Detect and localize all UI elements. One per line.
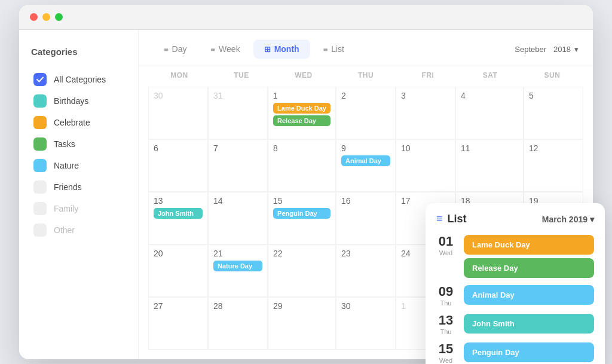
- cal-cell-w0d3[interactable]: 2: [336, 87, 396, 139]
- cat-dot-tasks: [33, 137, 47, 151]
- day-name-sat: SAT: [459, 66, 521, 84]
- list-event-chip[interactable]: Animal Day: [464, 285, 594, 305]
- day-num: 10: [401, 143, 450, 153]
- tab-day[interactable]: ≡Day: [153, 39, 198, 59]
- day-num: 28: [213, 301, 262, 311]
- cat-label-tasks: Tasks: [54, 139, 75, 149]
- category-item-birthdays[interactable]: Birthdays: [31, 90, 126, 112]
- nav-arrow: ▾: [574, 45, 579, 54]
- cal-cell-w0d6[interactable]: 5: [524, 87, 583, 139]
- cal-cell-w2d2[interactable]: 15Penguin Day: [268, 192, 336, 244]
- cal-cell-w3d2[interactable]: 22: [268, 244, 336, 297]
- event-chip[interactable]: Animal Day: [341, 155, 390, 166]
- day-num: 31: [213, 91, 262, 100]
- list-group-15: 15WedPenguin Day: [436, 342, 594, 364]
- tab-month[interactable]: ⊞Month: [253, 39, 310, 59]
- date-day: Thu: [436, 328, 455, 335]
- category-item-other[interactable]: Other: [31, 219, 126, 241]
- day-num: 6: [154, 143, 203, 153]
- cal-cell-w0d1[interactable]: 31: [208, 87, 268, 139]
- category-item-all[interactable]: All Categories: [31, 69, 126, 90]
- cal-cell-w4d2[interactable]: 29: [268, 297, 336, 350]
- cal-cell-w3d0[interactable]: 20: [148, 244, 208, 297]
- category-item-celebrate[interactable]: Celebrate: [31, 112, 126, 133]
- day-num: 3: [401, 91, 450, 100]
- day-num: 23: [341, 249, 390, 258]
- category-item-family[interactable]: Family: [31, 198, 126, 219]
- list-date-row: 15WedPenguin Day: [436, 342, 594, 364]
- list-event-chip[interactable]: John Smith: [464, 314, 594, 334]
- nav-year: 2018: [553, 45, 571, 54]
- cat-dot-other: [33, 224, 47, 237]
- cal-cell-w0d4[interactable]: 3: [396, 87, 455, 139]
- cal-cell-w1d3[interactable]: 9Animal Day: [336, 139, 396, 192]
- cat-label-family: Family: [54, 204, 78, 213]
- cal-cell-w0d5[interactable]: 4: [455, 87, 524, 139]
- list-groups: 01WedLame Duck DayRelease Day09ThuAnimal…: [436, 235, 594, 364]
- list-event-chip[interactable]: Release Day: [464, 258, 594, 278]
- date-day: Wed: [436, 357, 455, 364]
- event-chip[interactable]: Release Day: [273, 115, 331, 126]
- cal-cell-w4d0[interactable]: 27: [148, 297, 208, 350]
- cal-cell-w1d1[interactable]: 7: [208, 139, 268, 192]
- cat-dot-nature: [33, 159, 47, 172]
- list-group-13: 13ThuJohn Smith: [436, 314, 594, 335]
- tab-label-day: Day: [172, 44, 187, 54]
- day-num: 22: [273, 249, 331, 258]
- cal-header: MONTUEWEDTHUFRISATSUN: [148, 66, 583, 84]
- list-month-nav[interactable]: March 2019 ▾: [542, 215, 594, 224]
- category-item-tasks[interactable]: Tasks: [31, 133, 126, 155]
- cat-dot-all: [33, 73, 47, 86]
- cal-cell-w2d0[interactable]: 13John Smith: [148, 192, 208, 244]
- traffic-yellow[interactable]: [42, 13, 50, 21]
- cal-cell-w1d6[interactable]: 12: [524, 139, 583, 192]
- cal-cell-w1d4[interactable]: 10: [396, 139, 455, 192]
- tab-icon-day: ≡: [164, 45, 169, 54]
- cal-cell-w4d3[interactable]: 30: [336, 297, 396, 350]
- cal-cell-w3d3[interactable]: 23: [336, 244, 396, 297]
- event-chip[interactable]: Penguin Day: [273, 208, 331, 219]
- day-num: 1: [273, 91, 331, 100]
- cal-cell-w0d2[interactable]: 1Lame Duck DayRelease Day: [268, 87, 336, 139]
- event-chip[interactable]: John Smith: [154, 208, 203, 219]
- date-day: Wed: [436, 249, 455, 256]
- list-title-text: List: [448, 213, 467, 225]
- cat-label-celebrate: Celebrate: [54, 118, 90, 127]
- cal-cell-w1d2[interactable]: 8: [268, 139, 336, 192]
- day-name-sun: SUN: [521, 66, 583, 84]
- tab-list[interactable]: ≡List: [313, 39, 355, 59]
- date-num-block: 09Thu: [436, 285, 455, 307]
- view-tabs: ≡Day≡Week⊞Month≡List: [153, 39, 355, 59]
- cal-cell-w4d1[interactable]: 28: [208, 297, 268, 350]
- traffic-red[interactable]: [30, 13, 38, 21]
- cat-label-other: Other: [54, 225, 75, 235]
- event-chip[interactable]: Lame Duck Day: [273, 103, 331, 114]
- sidebar-title: Categories: [31, 47, 126, 57]
- day-num: 14: [213, 196, 262, 206]
- day-num: 27: [154, 301, 203, 311]
- category-item-friends[interactable]: Friends: [31, 176, 126, 198]
- cal-cell-w0d0[interactable]: 30: [148, 87, 208, 139]
- cal-cell-w2d1[interactable]: 14: [208, 192, 268, 244]
- cat-label-all: All Categories: [54, 75, 106, 84]
- list-event-chip[interactable]: Lame Duck Day: [464, 235, 594, 255]
- traffic-green[interactable]: [55, 13, 63, 21]
- day-num: 30: [341, 301, 390, 311]
- list-icon: ≡: [436, 213, 443, 225]
- cal-cell-w2d3[interactable]: 16: [336, 192, 396, 244]
- day-name-mon: MON: [148, 66, 210, 84]
- tab-week[interactable]: ≡Week: [200, 39, 251, 59]
- category-item-nature[interactable]: Nature: [31, 155, 126, 176]
- day-num: 16: [341, 196, 390, 206]
- cat-dot-family: [33, 202, 47, 215]
- list-panel-header: ≡ List March 2019 ▾: [436, 213, 594, 225]
- cal-cell-w1d0[interactable]: 6: [148, 139, 208, 192]
- date-num-block: 01Wed: [436, 235, 455, 256]
- cal-cell-w3d1[interactable]: 21Nature Day: [208, 244, 268, 297]
- list-event-chip[interactable]: Penguin Day: [464, 342, 594, 362]
- tab-label-month: Month: [274, 44, 299, 54]
- tab-icon-month: ⊞: [264, 45, 271, 54]
- cal-cell-w1d5[interactable]: 11: [455, 139, 524, 192]
- month-nav[interactable]: Septeber 2018 ▾: [515, 45, 579, 54]
- event-chip[interactable]: Nature Day: [213, 261, 262, 271]
